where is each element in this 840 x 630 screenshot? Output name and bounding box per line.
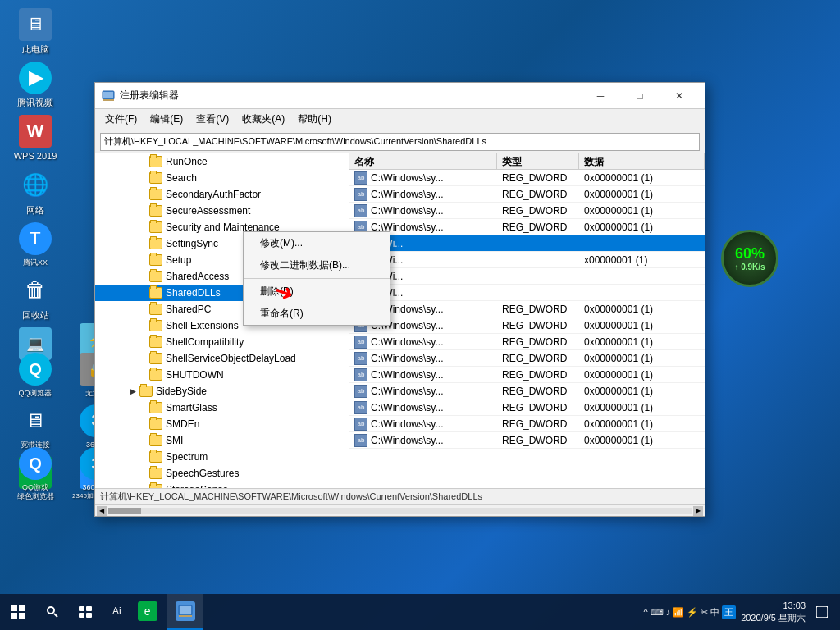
table-row[interactable]: ab C:\Windows\sy... REG_DWORD 0x00000001… (349, 301, 705, 317)
taskbar-app-regedit[interactable] (167, 594, 203, 630)
menu-help[interactable]: 帮助(H) (291, 111, 338, 128)
desktop-icon-network[interactable]: 🌐 网络 (7, 169, 64, 216)
desktop-icon-broadband[interactable]: 🖥 宽带连接 (7, 404, 64, 450)
expand-search (136, 171, 149, 185)
ctx-rename[interactable]: 重命名(R) (244, 303, 390, 325)
table-row[interactable]: ab C:\Windows\sy... REG_DWORD 0x00000001… (349, 317, 705, 334)
tray-icon-keyboard: ⌨ (651, 607, 664, 618)
right-panel[interactable]: 名称 类型 数据 ab C:\Windows\sy... REG_DWORD 0… (349, 153, 705, 488)
table-row[interactable]: ab C:\Windows\sy... REG_DWORD 0x00000001… (349, 334, 705, 350)
tree-item-shutdown[interactable]: SHUTDOWN (95, 367, 349, 383)
table-row[interactable]: ab C:\Windows\sy... REG_DWORD 0x00000001… (349, 432, 705, 449)
tree-item-runonce[interactable]: RunOnce (95, 153, 349, 170)
desktop-icons-col1: 🖥 此电脑 ▶ 腾讯视频 W WPS 2019 🌐 网络 T 腾讯XX 🗑 回收… (7, 8, 64, 372)
tree-item-secondary[interactable]: SecondaryAuthFactor (95, 186, 349, 203)
tray-icon-network[interactable]: 📶 (673, 607, 684, 618)
tree-item-smi[interactable]: SMI (95, 432, 349, 449)
table-row[interactable]: ab C:\Windows\sy... REG_DWORD 0x00000001… (349, 399, 705, 416)
menu-favorites[interactable]: 收藏夹(A) (235, 111, 291, 128)
notification-button[interactable] (810, 594, 833, 630)
desktop-icon-qqbrowser[interactable]: Q QQ浏览器 (7, 353, 64, 398)
table-row[interactable]: ab C:\Wi... (349, 268, 705, 285)
tree-item-secureassess[interactable]: SecureAssessment (95, 203, 349, 219)
table-row[interactable]: ab C:\Wi... x00000001 (1) (349, 252, 705, 268)
address-path[interactable]: 计算机\HKEY_LOCAL_MACHINE\SOFTWARE\Microsof… (100, 133, 700, 151)
taskbar-apps: Ai e (106, 594, 203, 630)
tree-item-spectrum[interactable]: Spectrum (95, 449, 349, 465)
window-controls: ─ □ ✕ (582, 83, 698, 109)
address-bar: 计算机\HKEY_LOCAL_MACHINE\SOFTWARE\Microsof… (95, 130, 705, 153)
table-row[interactable]: ab C:\Windows\sy... REG_DWORD 0x00000001… (349, 367, 705, 383)
tray-icon-keyboard2[interactable]: 中 (710, 606, 719, 619)
table-row[interactable]: ab C:\Windows\sy... REG_DWORD 0x00000001… (349, 170, 705, 186)
tree-item-storagesense[interactable]: StorageSense (95, 482, 349, 488)
maximize-button[interactable]: □ (621, 83, 659, 109)
tree-item-shellcompat[interactable]: ShellCompatibility (95, 334, 349, 350)
scroll-track[interactable] (108, 508, 692, 514)
tree-label-secondary: SecondaryAuthFactor (166, 189, 261, 200)
tree-item-speechgestures[interactable]: SpeechGestures (95, 465, 349, 482)
start-button[interactable] (0, 594, 36, 630)
horizontal-scrollbar[interactable]: ◀ ▶ (95, 504, 705, 516)
ctx-modify-binary[interactable]: 修改二进制数据(B)... (244, 254, 390, 276)
taskbar-app-green-browser[interactable]: e (130, 594, 166, 630)
desktop-icon-thispc[interactable]: 🖥 此电脑 (7, 8, 64, 55)
desktop-icon-wps[interactable]: W WPS 2019 (7, 115, 64, 162)
scroll-right[interactable]: ▶ (693, 506, 703, 516)
tree-item-smden[interactable]: SMDEn (95, 416, 349, 432)
ctx-delete[interactable]: 删除(D) (244, 281, 390, 303)
network-speed-indicator: 60% ↑ 0.9K/s (721, 230, 778, 287)
expand-shellservice (136, 352, 149, 365)
svg-point-7 (48, 607, 54, 614)
search-button[interactable] (36, 594, 69, 630)
tray-icon-volume[interactable]: ♪ (666, 607, 671, 617)
taskbar-ai-button[interactable]: Ai (106, 594, 128, 630)
desktop-icon-tencent2[interactable]: T 腾讯XX (7, 222, 64, 267)
desktop-icon-qqgame[interactable]: Q QQ游戏 (7, 447, 64, 492)
tray-expand[interactable]: ^ (643, 607, 647, 617)
tree-label-sharedaccess: SharedAccess (166, 271, 229, 282)
row1-type: REG_DWORD (497, 186, 579, 202)
regedit-taskbar-icon (176, 601, 195, 621)
desktop-icon-tencent[interactable]: ▶ 腾讯视频 (7, 62, 64, 108)
row7-type (497, 285, 579, 300)
table-row-selected[interactable]: ab C:\Wi... (349, 235, 705, 252)
scroll-thumb[interactable] (108, 508, 141, 514)
reg-icon-0: ab (354, 171, 368, 185)
menu-view[interactable]: 查看(V) (189, 111, 235, 128)
close-button[interactable]: ✕ (660, 83, 698, 109)
row7-data (579, 285, 705, 300)
folder-sharedaccess (149, 271, 162, 282)
menu-edit[interactable]: 编辑(E) (144, 111, 189, 128)
scroll-left[interactable]: ◀ (97, 506, 107, 516)
table-row[interactable]: ab C:\Windows\sy... REG_DWORD 0x00000001… (349, 219, 705, 235)
tree-label-sharedpc: SharedPC (166, 304, 211, 315)
tray-icon-input[interactable]: 王 (722, 605, 736, 619)
svg-line-8 (54, 614, 57, 617)
folder-shellservice (149, 353, 162, 364)
expand-shutdown (136, 368, 149, 381)
network-icon: 🌐 (19, 169, 52, 202)
tray-icon-battery[interactable]: ⚡ (687, 607, 698, 618)
tree-item-search[interactable]: Search (95, 170, 349, 186)
table-row[interactable]: ab C:\Windows\sy... REG_DWORD 0x00000001… (349, 383, 705, 399)
table-row[interactable]: ab C:\Windows\sy... REG_DWORD 0x00000001… (349, 186, 705, 203)
reg-icon-11: ab (354, 352, 368, 365)
menu-file[interactable]: 文件(F) (98, 111, 144, 128)
desktop-icon-recycle[interactable]: 🗑 回收站 (7, 274, 64, 321)
table-row[interactable]: ab C:\Windows\sy... REG_DWORD 0x00000001… (349, 203, 705, 219)
minimize-button[interactable]: ─ (582, 83, 619, 109)
folder-secondary (149, 189, 162, 200)
tencent-icon: ▶ (19, 62, 52, 94)
table-row[interactable]: ab C:\Wi... (349, 285, 705, 301)
svg-rect-10 (86, 606, 92, 611)
taskbar-clock[interactable]: 13:03 2020/9/5 星期六 (741, 600, 806, 625)
table-row[interactable]: ab C:\Windows\sy... REG_DWORD 0x00000001… (349, 416, 705, 432)
table-row[interactable]: ab C:\Windows\sy... REG_DWORD 0x00000001… (349, 350, 705, 367)
tree-item-shellservice[interactable]: ShellServiceObjectDelayLoad (95, 350, 349, 367)
row10-name: ab C:\Windows\sy... (349, 334, 497, 349)
task-view-button[interactable] (69, 594, 102, 630)
tree-item-sidebyside[interactable]: ▶ SideBySide (95, 383, 349, 399)
tree-item-smartglass[interactable]: SmartGlass (95, 399, 349, 416)
ctx-modify[interactable]: 修改(M)... (244, 232, 390, 254)
